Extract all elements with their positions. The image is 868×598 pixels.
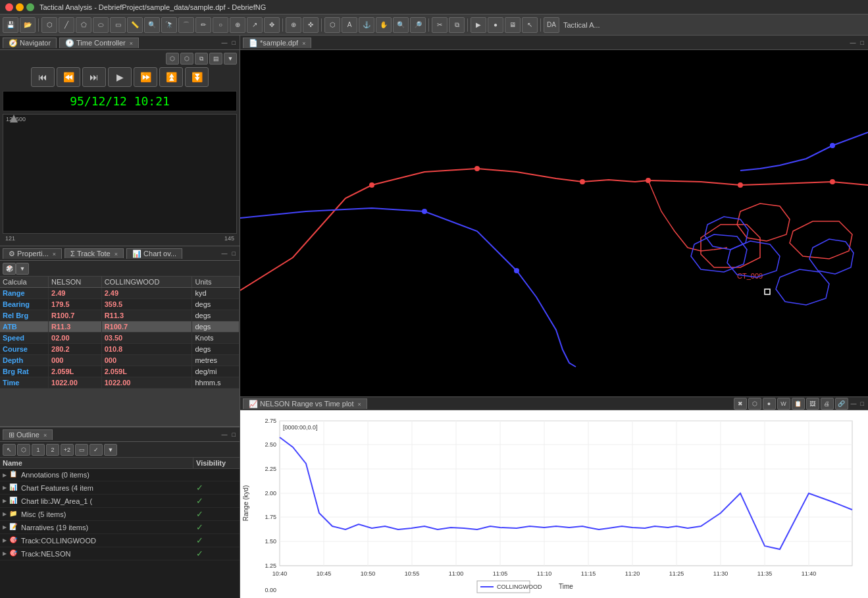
outline-1[interactable]: 1 (32, 444, 45, 456)
zoom-out-tool[interactable]: 🔭 (161, 17, 177, 33)
properties-tab[interactable]: ⚙ Properti... × (3, 248, 62, 259)
tote-minimize[interactable]: — (220, 250, 229, 257)
plot-word-btn[interactable]: W (777, 398, 790, 410)
plot-minimize[interactable]: — (850, 400, 858, 407)
tactical-icon[interactable]: DA (544, 17, 559, 33)
rewind-btn[interactable]: ⏪ (57, 67, 80, 87)
fast-fwd-btn[interactable]: ⏫ (159, 67, 183, 87)
outline-tab[interactable]: ⊞ Outline × (3, 429, 53, 440)
outline-item-visibility[interactable]: ✓ (193, 534, 240, 547)
polygon-tool[interactable]: ⬠ (76, 17, 91, 33)
expand-icon[interactable]: ▶ (3, 551, 7, 557)
outline-2[interactable]: 2 (46, 444, 59, 456)
play-btn[interactable]: ▶ (108, 67, 132, 87)
zoom-in2[interactable]: 🔍 (393, 17, 409, 33)
tc-btn1[interactable]: ⬡ (166, 53, 179, 65)
plot-print-btn[interactable]: 🖨 (821, 398, 834, 410)
outline-rect[interactable]: ▭ (75, 444, 88, 456)
tc-btn3[interactable]: ⧉ (195, 53, 208, 65)
select-tool[interactable]: ⬡ (41, 17, 57, 33)
outline-row[interactable]: ▶📁Misc (5 items)✓ (0, 508, 240, 521)
outline-select[interactable]: ↖ (3, 444, 16, 456)
step-fwd-btn[interactable]: ⏩ (134, 67, 157, 87)
symbol-tool[interactable]: ⚓ (359, 17, 374, 33)
plot-link-btn[interactable]: 🔗 (835, 398, 848, 410)
outline-row[interactable]: ▶📋Annotations (0 items) (0, 469, 240, 481)
outline-row[interactable]: ▶📝Narratives (19 items)✓ (0, 521, 240, 534)
sample-chart-tab[interactable]: 📄 *sample.dpf × (243, 38, 311, 48)
time-ctrl-close[interactable]: × (130, 40, 133, 47)
maximize-btn[interactable] (26, 3, 34, 11)
tote-3d-btn[interactable]: 🎲 (3, 263, 16, 275)
pan-tool[interactable]: ✋ (376, 17, 392, 33)
outline-row[interactable]: ▶📊Chart Features (4 item✓ (0, 481, 240, 495)
outline-dropdown[interactable]: ▼ (104, 444, 117, 456)
skip-to-end-btn[interactable]: ⏬ (185, 67, 209, 87)
tote-close[interactable]: × (115, 251, 118, 258)
expand-icon[interactable]: ▶ (3, 524, 7, 530)
close-btn[interactable] (5, 3, 13, 11)
label-tool[interactable]: A (342, 17, 357, 33)
outline-check[interactable]: ✓ (89, 444, 103, 456)
tactical-chart[interactable]: CT_009 (240, 50, 868, 396)
expand-icon[interactable]: ▶ (3, 511, 7, 517)
plot-img-btn[interactable]: 🖼 (806, 398, 819, 410)
outline-item-visibility[interactable] (193, 474, 240, 476)
chart-overview-tab[interactable]: 📊 Chart ov... (126, 248, 182, 259)
tc-btn4[interactable]: ▤ (209, 53, 222, 65)
expand-icon[interactable]: ▶ (3, 485, 7, 491)
step-back-btn[interactable]: ⏭ (82, 67, 106, 87)
outline-multi1[interactable]: ⬡ (17, 444, 30, 456)
outline-minimize[interactable]: — (220, 431, 229, 438)
outline-close[interactable]: × (43, 432, 47, 439)
ellipse-tool[interactable]: ⬭ (93, 17, 109, 33)
arrow-cursor[interactable]: ↖ (522, 17, 538, 33)
cursor-tool[interactable]: ⊕ (286, 17, 301, 33)
screen-btn[interactable]: 🖥 (505, 17, 521, 33)
time-controller-tab[interactable]: 🕐 Time Controller × (59, 38, 139, 48)
expand-icon[interactable]: ▶ (3, 498, 7, 504)
outline-item-visibility[interactable]: ✓ (193, 495, 240, 507)
outline-item-visibility[interactable]: ✓ (193, 508, 240, 520)
plot-copy-btn[interactable]: ⬡ (748, 398, 761, 410)
tc-btn2[interactable]: ⬡ (180, 53, 193, 65)
prop-close[interactable]: × (53, 251, 56, 258)
edit-tool[interactable]: ⬡ (324, 17, 340, 33)
panel-maximize[interactable]: □ (231, 40, 237, 46)
plot-close[interactable]: × (358, 401, 361, 408)
tactical-label[interactable]: Tactical A... (561, 21, 603, 29)
outline-row[interactable]: ▶🎯Track:COLLINGWOOD✓ (0, 534, 240, 547)
plot-settings-btn[interactable]: ● (763, 398, 776, 410)
zoom-out2[interactable]: 🔎 (410, 17, 426, 33)
navigator-tab[interactable]: 🧭 Navigator (3, 38, 57, 48)
outline-row[interactable]: ▶📊Chart lib:JW_Area_1 (✓ (0, 495, 240, 508)
outline-item-visibility[interactable]: ✓ (193, 521, 240, 533)
tote-dropdown[interactable]: ▼ (16, 263, 29, 275)
cut-tool[interactable]: ✂ (432, 17, 447, 33)
chart-minimize[interactable]: — (849, 40, 857, 46)
measure-tool[interactable]: 📏 (127, 17, 143, 33)
tc-dropdown[interactable]: ▼ (224, 53, 237, 65)
panel-minimize[interactable]: — (220, 40, 229, 46)
play-btn[interactable]: ▶ (471, 17, 486, 33)
minimize-btn[interactable] (16, 3, 24, 11)
chart-close[interactable]: × (302, 40, 305, 47)
plot-maximize[interactable]: □ (859, 400, 865, 407)
zoom-fit[interactable]: ⊕ (230, 17, 245, 33)
tote-maximize[interactable]: □ (231, 250, 237, 257)
circle-tool[interactable]: ○ (213, 17, 228, 33)
zoom-in-tool[interactable]: 🔍 (144, 17, 160, 33)
plot-close-btn[interactable]: ✖ (734, 398, 747, 410)
pencil-tool[interactable]: ✏ (195, 17, 211, 33)
outline-item-visibility[interactable]: ✓ (193, 481, 240, 494)
outline-maximize[interactable]: □ (231, 431, 237, 438)
arrow-tool[interactable]: ↗ (247, 17, 263, 33)
arc-tool[interactable]: ⌒ (178, 17, 194, 33)
open-btn[interactable]: 📂 (20, 17, 36, 33)
expand-icon[interactable]: ▶ (3, 472, 7, 478)
record-btn[interactable]: ● (488, 17, 503, 33)
chart-maximize[interactable]: □ (859, 40, 865, 46)
save-btn[interactable]: 💾 (3, 17, 18, 33)
skip-to-start-btn[interactable]: ⏮ (31, 67, 55, 87)
plot-export-btn[interactable]: 📋 (792, 398, 805, 410)
